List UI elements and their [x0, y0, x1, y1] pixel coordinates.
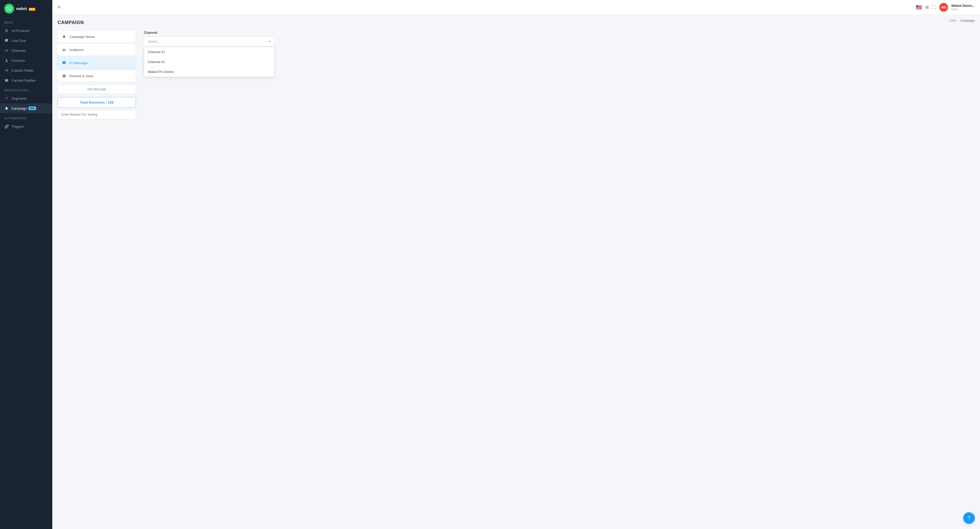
step-campaign-name[interactable]: Campaign Name: [57, 30, 136, 43]
campaign-icon: [4, 106, 9, 111]
total-receivers-display: Total Receivers : 159: [57, 97, 136, 108]
step-label: Preview & Save: [69, 74, 93, 78]
canned-replies-icon: [4, 78, 9, 83]
triggers-icon: 🔗: [4, 124, 9, 129]
sidebar-logo: wabot PRO: [0, 0, 52, 18]
menu-section-label: MENU: [0, 18, 52, 25]
campaign-layout: Campaign Name Audience #1 Message: [57, 30, 975, 119]
chevron-down-icon: ▾: [269, 40, 270, 43]
main-area: ≡ 🇺🇸 ⊞ ⛶ WD Wabot Demo... User CRM › Cam…: [52, 0, 980, 529]
message-step-icon: [62, 60, 67, 65]
sidebar-item-channels[interactable]: ⇄ Channels: [0, 46, 52, 56]
header: ≡ 🇺🇸 ⊞ ⛶ WD Wabot Demo... User: [52, 0, 980, 14]
sidebar-item-live-chat[interactable]: Live Chat: [0, 35, 52, 46]
sidebar-item-label: Channels: [11, 49, 26, 53]
channel-panel: Channel Select... ▾ Channel #1 Channel #…: [136, 30, 975, 119]
add-message-button[interactable]: Add Message: [57, 84, 136, 94]
step-message[interactable]: #1 Message: [57, 57, 136, 69]
expand-icon[interactable]: ⛶: [932, 5, 936, 10]
content-area: CRM › Campaign CAMPAIGN Campaign Name Au…: [52, 14, 980, 529]
sidebar-item-campaign[interactable]: Campaign New: [0, 104, 52, 113]
automations-section-label: AUTOMATIONS: [0, 113, 52, 121]
step-label: Campaign Name: [69, 35, 95, 39]
sidebar-item-triggers[interactable]: 🔗 Triggers: [0, 121, 52, 131]
preview-save-step-icon: [62, 73, 67, 78]
sidebar-item-custom-fields[interactable]: Custom Fields: [0, 65, 52, 75]
avatar[interactable]: WD: [939, 3, 948, 12]
step-audience[interactable]: Audience: [57, 44, 136, 56]
sidebar-item-label: Segments: [11, 97, 27, 100]
sidebar-item-label: All Products: [11, 29, 30, 33]
channel-option-1[interactable]: Channel #1: [144, 47, 274, 57]
step-label: Audience: [69, 48, 83, 52]
step-preview-save[interactable]: Preview & Save: [57, 70, 136, 82]
sidebar-item-label: Contacts: [11, 59, 25, 62]
sidebar-item-segments[interactable]: ▽ Segments: [0, 93, 52, 104]
breadcrumb-crm: CRM: [949, 19, 956, 22]
all-products-icon: ⊞: [4, 28, 9, 33]
channel-option-3[interactable]: Wabot Pro Demo: [144, 67, 274, 76]
broadcasting-section-label: BROADCASTING: [0, 85, 52, 93]
contacts-icon: [4, 58, 9, 63]
channel-option-2[interactable]: Channel #1: [144, 57, 274, 67]
sidebar: wabot PRO MENU ⊞ All Products Live Chat …: [0, 0, 52, 529]
campaign-name-step-icon: [62, 34, 67, 39]
sidebar-item-label: Campaign: [11, 107, 27, 110]
test-number-input[interactable]: [57, 110, 136, 119]
support-icon: ?: [968, 515, 970, 521]
breadcrumb-arrow: ›: [958, 19, 959, 22]
sidebar-item-label: Live Chat: [11, 39, 26, 43]
breadcrumb-current: Campaign: [960, 19, 975, 22]
custom-fields-icon: [4, 68, 9, 73]
audience-step-icon: [62, 47, 67, 52]
logo-pro-badge: PRO: [29, 8, 35, 11]
campaign-new-badge: New: [29, 107, 36, 110]
username: Wabot Demo...: [951, 4, 975, 8]
header-right: 🇺🇸 ⊞ ⛶ WD Wabot Demo... User: [916, 3, 975, 12]
step-label: #1 Message: [69, 61, 88, 65]
header-left: ≡: [57, 5, 60, 10]
segments-icon: ▽: [4, 96, 9, 101]
live-chat-icon: [4, 38, 9, 43]
user-info: Wabot Demo... User: [951, 4, 975, 11]
user-role: User: [951, 8, 975, 11]
support-button[interactable]: ?: [963, 512, 975, 524]
sidebar-item-label: Triggers: [11, 124, 24, 129]
channel-select-button[interactable]: Select... ▾: [144, 37, 275, 46]
sidebar-item-label: Custom Fields: [11, 69, 33, 72]
channel-label: Channel: [144, 30, 975, 35]
grid-icon[interactable]: ⊞: [925, 5, 929, 10]
menu-toggle-icon[interactable]: ≡: [57, 5, 60, 10]
sidebar-item-label: Canned Replies: [11, 78, 36, 83]
logo-text: wabot: [16, 6, 27, 11]
sidebar-item-contacts[interactable]: Contacts: [0, 56, 52, 65]
channels-icon: ⇄: [4, 48, 9, 53]
page-title: CAMPAIGN: [57, 20, 975, 25]
channel-select-placeholder: Select...: [148, 40, 160, 43]
channel-dropdown: Channel #1 Channel #1 Wabot Pro Demo: [144, 47, 275, 77]
sidebar-item-all-products[interactable]: ⊞ All Products: [0, 25, 52, 35]
language-flag[interactable]: 🇺🇸: [916, 4, 922, 10]
campaign-steps: Campaign Name Audience #1 Message: [57, 30, 136, 119]
breadcrumb: CRM › Campaign: [949, 19, 975, 22]
logo-icon: [4, 4, 14, 14]
channel-select-wrapper: Select... ▾ Channel #1 Channel #1 Wabot …: [144, 37, 275, 46]
sidebar-item-canned-replies[interactable]: Canned Replies: [0, 75, 52, 85]
